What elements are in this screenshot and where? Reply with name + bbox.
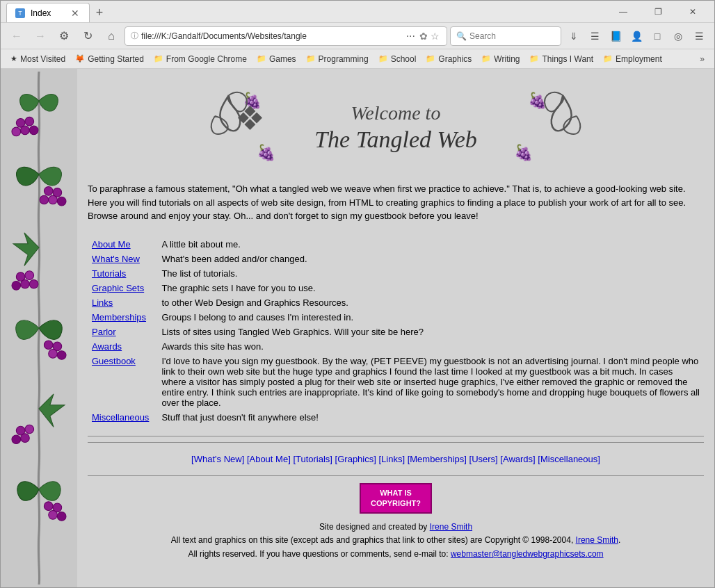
copyright-badge-area: WHAT IS COPYRIGHT? (88, 483, 704, 514)
bookmark-from-google-chrome[interactable]: 📁 From Google Chrome (150, 53, 251, 65)
tab-close-button[interactable]: ✕ (70, 8, 81, 19)
nav-link[interactable]: Graphic Sets (92, 283, 144, 293)
table-row: AwardsAwards this site has won. (88, 339, 704, 354)
bookmark-school[interactable]: 📁 School (374, 53, 421, 65)
nav-link[interactable]: Tutorials (92, 268, 126, 279)
bookmark-label: Graphics (438, 54, 472, 64)
svg-point-4 (29, 126, 38, 135)
active-tab[interactable]: T Index ✕ (6, 3, 90, 22)
nav-link[interactable]: Awards (92, 341, 122, 352)
reading-list-button[interactable]: 📘 (606, 26, 625, 46)
svg-point-12 (21, 279, 30, 288)
extensions-button[interactable]: ◎ (668, 26, 688, 46)
back-button[interactable]: ← (6, 26, 27, 47)
table-row: TutorialsThe list of tutorials. (88, 266, 704, 281)
nav-desc: Lists of sites using Tangled Web Graphic… (157, 325, 704, 339)
restore-button[interactable]: ❐ (642, 1, 674, 23)
nav-desc: I'd love to have you sign my guestbook. … (157, 354, 704, 410)
firefox-account-button[interactable]: 👤 (627, 26, 646, 46)
welcome-header: 🍇 ❖ 🍇 Welcome to The Tangled Web 🍇 (88, 76, 704, 177)
nav-link[interactable]: Guestbook (92, 356, 136, 366)
bookmark-employment[interactable]: 📁 Employment (599, 53, 666, 65)
folder-icon: 📁 (378, 54, 388, 63)
refresh-button[interactable]: ↻ (77, 26, 98, 47)
footer-line3: All rights reserved. If you have questio… (188, 549, 451, 559)
close-button[interactable]: ✕ (677, 1, 709, 23)
bottom-nav-link[interactable]: [Awards] (500, 454, 535, 464)
svg-point-13 (12, 281, 21, 291)
menu-button[interactable]: ☰ (689, 26, 709, 46)
footer-author-link[interactable]: Irene Smith (430, 522, 472, 532)
bookmark-writing[interactable]: 📁 Writing (477, 53, 524, 65)
nav-link[interactable]: Miscellaneous (92, 412, 149, 423)
synced-tabs-button[interactable]: ☰ (585, 26, 604, 46)
folder-icon: 📁 (603, 54, 613, 63)
bottom-nav-link[interactable]: [Users] (469, 454, 498, 464)
bottom-nav-link[interactable]: [Miscellaneous] (538, 454, 600, 464)
bookmarks-overflow-button[interactable]: » (696, 53, 709, 65)
nav-desc: The list of tutorials. (157, 266, 704, 281)
table-row: What's NewWhat's been added and/or chang… (88, 252, 704, 266)
bottom-nav-link[interactable]: [What's New] (191, 454, 244, 464)
bookmark-star-icon[interactable]: ☆ (431, 31, 440, 42)
svg-point-8 (57, 197, 66, 206)
svg-point-21 (21, 434, 30, 443)
address-bar[interactable]: ⓘ file:///K:/Gandalf/Documents/Websites/… (124, 26, 447, 46)
footer-email-link[interactable]: webmaster@tangledwebgraphicsets.com (451, 549, 604, 559)
copyright-line1: WHAT IS (371, 488, 421, 498)
folder-icon: 📁 (481, 54, 491, 63)
lock-icon: ⓘ (131, 31, 138, 41)
table-row: MiscellaneousStuff that just doesn't fit… (88, 410, 704, 425)
search-input[interactable] (469, 31, 574, 41)
search-icon: 🔍 (456, 31, 467, 41)
nav-desc: Awards this site has won. (157, 339, 704, 354)
table-row: Graphic SetsThe graphic sets I have for … (88, 281, 704, 295)
search-box[interactable]: 🔍 (450, 26, 561, 46)
nav-desc: The graphic sets I have for you to use. (157, 281, 704, 295)
home-button[interactable]: ⌂ (101, 26, 122, 47)
bookmark-things-i-want[interactable]: 📁 Things I Want (525, 53, 597, 65)
nav-link[interactable]: Parlor (92, 327, 116, 337)
tab-bar: T Index ✕ + (6, 1, 607, 22)
header-decoration: 🍇 ❖ 🍇 Welcome to The Tangled Web 🍇 (187, 81, 604, 172)
copyright-badge[interactable]: WHAT IS COPYRIGHT? (360, 483, 432, 514)
nav-link[interactable]: Links (92, 297, 113, 308)
bookmarks-bar: ★ Most Visited 🦊 Getting Started 📁 From … (1, 49, 714, 69)
bookmark-programming[interactable]: 📁 Programming (302, 53, 373, 65)
nav-link[interactable]: About Me (92, 239, 131, 250)
bookmark-label: Getting Started (88, 54, 144, 64)
nav-link[interactable]: What's New (92, 254, 140, 264)
new-tab-button[interactable]: + (90, 3, 109, 22)
footer-author2-link[interactable]: Irene Smith (576, 535, 618, 545)
settings-button[interactable]: ⚙ (54, 26, 74, 47)
bottom-nav-link[interactable]: [About Me] (247, 454, 291, 464)
svg-text:Welcome to: Welcome to (351, 102, 441, 124)
download-button[interactable]: ⇓ (564, 26, 584, 46)
bookmark-label: Most Visited (20, 54, 65, 64)
bottom-nav-link[interactable]: [Memberships] (408, 454, 467, 464)
bottom-nav-link[interactable]: [Graphics] (335, 454, 376, 464)
footer-line1: Site designed and created by (319, 522, 430, 532)
svg-point-9 (40, 195, 49, 204)
bookmark-getting-started[interactable]: 🦊 Getting Started (71, 53, 148, 65)
nav-desc: to other Web Design and Graphics Resourc… (157, 295, 704, 310)
svg-point-20 (25, 425, 34, 434)
more-button[interactable]: ··· (406, 30, 415, 42)
svg-point-14 (29, 279, 38, 288)
nav-desc: A little bit about me. (157, 237, 704, 252)
minimize-button[interactable]: — (607, 1, 639, 23)
bottom-nav-link[interactable]: [Links] (378, 454, 405, 464)
browser-window: T Index ✕ + — ❐ ✕ ← → ⚙ ↻ ⌂ ⓘ file:///K:… (0, 0, 715, 588)
nav-link[interactable]: Memberships (92, 312, 146, 322)
window-controls: — ❐ ✕ (607, 1, 709, 23)
forward-button[interactable]: → (30, 26, 51, 47)
pocket-icon[interactable]: ✿ (419, 31, 428, 42)
bookmark-games[interactable]: 📁 Games (252, 53, 300, 65)
containers-button[interactable]: □ (648, 26, 667, 46)
bookmark-graphics[interactable]: 📁 Graphics (421, 53, 476, 65)
bottom-nav-link[interactable]: [Tutorials] (293, 454, 332, 464)
svg-point-3 (12, 127, 21, 136)
table-row: GuestbookI'd love to have you sign my gu… (88, 354, 704, 410)
nav-table: About MeA little bit about me.What's New… (88, 237, 704, 425)
bookmark-most-visited[interactable]: ★ Most Visited (6, 53, 70, 65)
